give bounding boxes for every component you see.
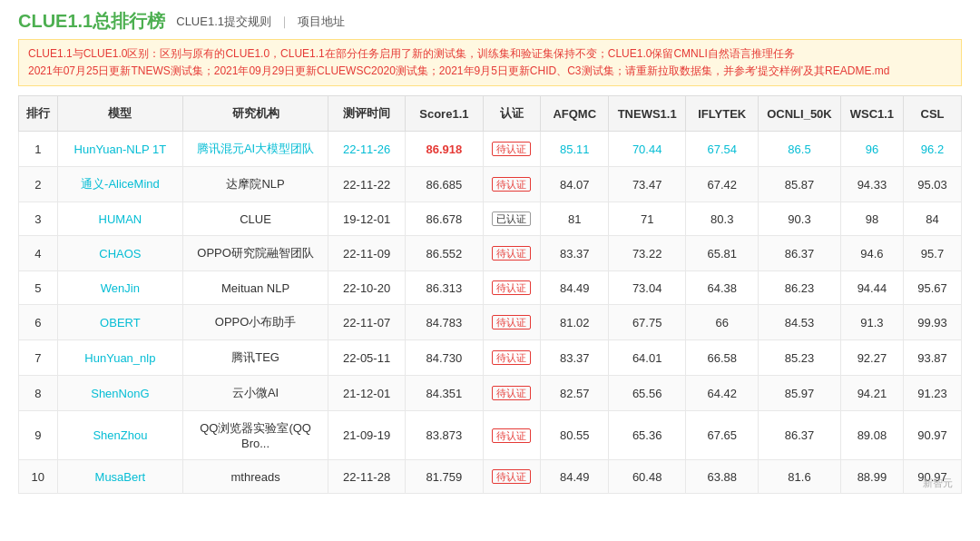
cell-score: 86.313 [406,271,483,305]
cell-rank: 3 [19,202,58,236]
cell-tnews: 64.01 [609,340,686,376]
table-row: 2通义-AliceMind达摩院NLP22-11-2286.685待认证84.0… [19,167,962,202]
cell-org: 腾讯混元AI大模型团队 [183,132,328,167]
cell-model[interactable]: MusaBert [57,460,183,494]
cell-model[interactable]: OBERT [57,305,183,340]
col-header-score: Score1.1 [406,96,483,132]
cell-csl: 91.23 [904,376,962,411]
cell-iflytek: 67.42 [686,167,759,202]
cell-org: mthreads [183,460,328,494]
cell-date: 22-11-22 [328,167,406,202]
notice-line-1: CLUE1.1与CLUE1.0区别：区别与原有的CLUE1.0，CLUE1.1在… [28,45,952,63]
cell-iflytek: 64.42 [686,376,759,411]
cell-model[interactable]: HunYuan_nlp [57,340,183,376]
table-body: 1HunYuan-NLP 1T腾讯混元AI大模型团队22-11-2686.918… [19,132,962,494]
cell-tnews: 67.75 [609,305,686,340]
notice-line-2: 2021年07月25日更新TNEWS测试集；2021年09月29日更新CLUEW… [28,63,952,80]
cell-model[interactable]: HunYuan-NLP 1T [57,132,183,167]
notice-block: CLUE1.1与CLUE1.0区别：区别与原有的CLUE1.0，CLUE1.1在… [18,39,962,86]
cell-afqmc: 83.37 [541,236,609,271]
col-header-ocnli: OCNLI_50K [759,96,841,132]
cell-score: 81.759 [406,460,483,494]
cell-afqmc: 83.37 [541,340,609,376]
cell-org: QQ浏览器实验室(QQ Bro... [183,411,328,460]
cell-wsc: 94.33 [840,167,903,202]
cell-wsc: 94.44 [840,271,903,305]
cell-tnews: 70.44 [609,132,686,167]
cell-csl: 84 [904,202,962,236]
cell-model[interactable]: CHAOS [57,236,183,271]
col-header-afqmc: AFQMC [541,96,609,132]
cell-org: 达摩院NLP [183,167,328,202]
cell-rank: 9 [19,411,58,460]
cell-org: Meituan NLP [183,271,328,305]
cell-afqmc: 80.55 [541,411,609,460]
cell-tnews: 60.48 [609,460,686,494]
cell-ocnli: 90.3 [759,202,841,236]
cell-ocnli: 85.97 [759,376,841,411]
cell-rank: 10 [19,460,58,494]
cell-tnews: 65.56 [609,376,686,411]
table-row: 6OBERTOPPO小布助手22-11-0784.783待认证81.0267.7… [19,305,962,340]
cell-score: 84.783 [406,305,483,340]
col-header-wsc: WSC1.1 [840,96,903,132]
cell-afqmc: 81.02 [541,305,609,340]
col-header-date: 测评时间 [328,96,406,132]
cell-iflytek: 63.88 [686,460,759,494]
cell-rank: 7 [19,340,58,376]
col-header-org: 研究机构 [183,96,328,132]
cell-date: 22-10-20 [328,271,406,305]
cell-model[interactable]: 通义-AliceMind [57,167,183,202]
cell-model[interactable]: WenJin [57,271,183,305]
cell-iflytek: 66.58 [686,340,759,376]
cell-ocnli: 86.37 [759,236,841,271]
watermark-text: 新智元 [923,477,953,490]
cell-ocnli: 85.87 [759,167,841,202]
cell-rank: 8 [19,376,58,411]
cell-iflytek: 64.38 [686,271,759,305]
cell-cert: 待认证 [483,236,541,271]
cell-ocnli: 81.6 [759,460,841,494]
cell-cert: 待认证 [483,271,541,305]
cell-afqmc: 84.49 [541,460,609,494]
cell-ocnli: 86.23 [759,271,841,305]
cell-csl: 93.87 [904,340,962,376]
cell-iflytek: 67.54 [686,132,759,167]
cell-iflytek: 66 [686,305,759,340]
col-header-cert: 认证 [483,96,541,132]
cell-score: 83.873 [406,411,483,460]
col-header-rank: 排行 [19,96,58,132]
project-link[interactable]: 项目地址 [298,14,345,30]
cell-csl: 95.7 [904,236,962,271]
cell-afqmc: 82.57 [541,376,609,411]
cell-iflytek: 67.65 [686,411,759,460]
cell-wsc: 92.27 [840,340,903,376]
submission-rules-link[interactable]: CLUE1.1提交规则 [176,14,271,30]
cell-model[interactable]: ShenZhou [57,411,183,460]
cell-model[interactable]: HUMAN [57,202,183,236]
cell-wsc: 96 [840,132,903,167]
cell-wsc: 91.3 [840,305,903,340]
cell-rank: 1 [19,132,58,167]
table-header-row: 排行 模型 研究机构 测评时间 Score1.1 认证 AFQMC TNEWS1… [19,96,962,132]
cell-csl: 95.67 [904,271,962,305]
cell-score: 86.552 [406,236,483,271]
cell-iflytek: 65.81 [686,236,759,271]
table-row: 9ShenZhouQQ浏览器实验室(QQ Bro...21-09-1983.87… [19,411,962,460]
cell-date: 19-12-01 [328,202,406,236]
cell-org: 腾讯TEG [183,340,328,376]
cell-tnews: 73.04 [609,271,686,305]
table-row: 1HunYuan-NLP 1T腾讯混元AI大模型团队22-11-2686.918… [19,132,962,167]
cell-wsc: 98 [840,202,903,236]
cell-afqmc: 81 [541,202,609,236]
cell-cert: 待认证 [483,167,541,202]
cell-ocnli: 86.37 [759,411,841,460]
cell-score: 84.730 [406,340,483,376]
cell-ocnli: 84.53 [759,305,841,340]
cell-model[interactable]: ShenNonG [57,376,183,411]
cell-afqmc: 84.07 [541,167,609,202]
table-row: 8ShenNonG云小微AI21-12-0184.351待认证82.5765.5… [19,376,962,411]
table-row: 7HunYuan_nlp腾讯TEG22-05-1184.730待认证83.376… [19,340,962,376]
cell-afqmc: 84.49 [541,271,609,305]
cell-org: OPPO研究院融智团队 [183,236,328,271]
